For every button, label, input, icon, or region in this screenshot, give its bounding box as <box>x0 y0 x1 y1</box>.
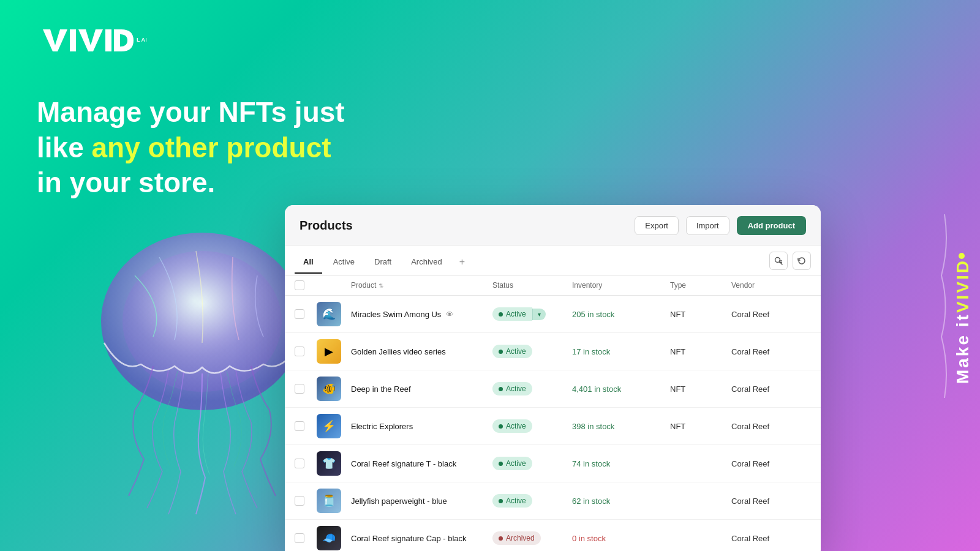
status-badge: Active <box>492 457 532 470</box>
header-type: Type <box>670 280 731 290</box>
panel-actions: Export Import Add product <box>635 216 806 235</box>
header-vendor: Vendor <box>731 280 811 290</box>
product-type-1: NFT <box>670 347 731 356</box>
hero-text: Manage your NFTs just like any other pro… <box>37 95 345 201</box>
row-checkbox-2[interactable] <box>295 384 304 394</box>
export-button[interactable]: Export <box>635 216 679 235</box>
row-checkbox-1[interactable] <box>295 347 304 356</box>
tagline-line1: Manage your NFTs just <box>37 95 345 130</box>
tabs-row: All Active Draft Archived + <box>285 246 821 276</box>
svg-rect-1 <box>70 29 76 51</box>
product-inventory-3: 398 in stock <box>572 422 670 431</box>
product-status-0: Active▾ <box>492 307 572 321</box>
product-vendor-3: Coral Reef <box>731 422 811 431</box>
header-product: Product ⇅ <box>351 280 492 290</box>
search-filter-button[interactable] <box>769 252 788 270</box>
product-type-3: NFT <box>670 422 731 431</box>
header-status: Status <box>492 280 572 290</box>
status-badge: Active <box>492 382 532 395</box>
search-filter-icon <box>774 257 783 265</box>
product-type-2: NFT <box>670 384 731 394</box>
product-name-4: Coral Reef signature T - black <box>351 459 492 468</box>
tab-active[interactable]: Active <box>325 253 363 274</box>
product-name-3: Electric Explorers <box>351 422 492 431</box>
tab-archived[interactable]: Archived <box>402 253 451 274</box>
product-vendor-4: Coral Reef <box>731 459 811 468</box>
header-checkbox-col <box>295 280 317 290</box>
product-vendor-2: Coral Reef <box>731 384 811 394</box>
tagline-line2: like any other product <box>37 130 345 166</box>
product-vendor-0: Coral Reef <box>731 310 811 319</box>
status-badge: Active <box>492 419 532 433</box>
product-inventory-1: 17 in stock <box>572 347 670 356</box>
product-vendor-1: Coral Reef <box>731 347 811 356</box>
row-checkbox-4[interactable] <box>295 459 304 468</box>
logo-text: LABS <box>37 24 147 55</box>
refresh-button[interactable] <box>793 252 811 270</box>
svg-point-7 <box>775 258 780 263</box>
panel-title: Products <box>300 219 353 233</box>
make-it-label: Make it <box>953 313 973 384</box>
product-thumb-6: 🧢 <box>317 526 341 550</box>
logo-svg: LABS <box>37 24 147 55</box>
product-status-4: Active <box>492 457 572 470</box>
header-inventory: Inventory <box>572 280 670 290</box>
tab-all[interactable]: All <box>295 253 322 274</box>
product-status-5: Active <box>492 494 572 508</box>
product-rows: 🌊Miracles Swim Among Us👁Active▾205 in st… <box>285 296 821 551</box>
tabs-left: All Active Draft Archived + <box>295 253 471 274</box>
product-inventory-6: 0 in stock <box>572 534 670 543</box>
product-name-1: Golden Jellies video series <box>351 347 492 356</box>
decorative-curve <box>938 214 951 398</box>
row-checkbox-5[interactable] <box>295 496 304 506</box>
sort-icon: ⇅ <box>379 282 383 289</box>
tabs-right <box>769 252 811 275</box>
svg-marker-0 <box>43 29 67 51</box>
table-row: 🧢Coral Reef signature Cap - blackArchive… <box>285 520 821 551</box>
product-inventory-5: 62 in stock <box>572 497 670 506</box>
add-product-button[interactable]: Add product <box>737 216 806 235</box>
product-name-2: Deep in the Reef <box>351 384 492 394</box>
product-vendor-6: Coral Reef <box>731 534 811 543</box>
row-checkbox-6[interactable] <box>295 533 304 543</box>
product-inventory-0: 205 in stock <box>572 310 670 319</box>
table-row: 🐠Deep in the ReefActive4,401 in stockNFT… <box>285 370 821 408</box>
product-thumb-2: 🐠 <box>317 377 341 401</box>
product-thumb-0: 🌊 <box>317 302 341 326</box>
select-all-checkbox[interactable] <box>295 280 304 290</box>
svg-text:LABS: LABS <box>137 37 147 43</box>
row-checkbox-0[interactable] <box>295 309 304 319</box>
panel-header: Products Export Import Add product <box>285 205 821 246</box>
product-thumb-5: 🫙 <box>317 489 341 513</box>
tab-draft[interactable]: Draft <box>366 253 400 274</box>
status-badge: Archived <box>492 531 541 545</box>
table-row: ⚡Electric ExplorersActive398 in stockNFT… <box>285 408 821 445</box>
row-checkbox-3[interactable] <box>295 421 304 431</box>
table-row: 🫙Jellyfish paperweight - blueActive62 in… <box>285 482 821 520</box>
product-thumb-3: ⚡ <box>317 414 341 438</box>
svg-marker-2 <box>78 29 103 51</box>
logo-area: LABS <box>37 24 147 58</box>
eye-icon[interactable]: 👁 <box>446 310 454 319</box>
product-status-2: Active <box>492 382 572 395</box>
product-status-6: Archived <box>492 531 572 545</box>
svg-rect-3 <box>105 29 111 51</box>
product-thumb-1: ▶ <box>317 339 341 364</box>
table-row: 🌊Miracles Swim Among Us👁Active▾205 in st… <box>285 296 821 333</box>
status-badge: Active <box>492 494 532 508</box>
product-status-3: Active <box>492 419 572 433</box>
product-name-0: Miracles Swim Among Us👁 <box>351 310 492 319</box>
import-button[interactable]: Import <box>686 216 729 235</box>
product-vendor-5: Coral Reef <box>731 497 811 506</box>
product-thumb-4: 👕 <box>317 451 341 476</box>
make-it-vivid-text: Make it VIVID <box>953 253 973 384</box>
product-type-0: NFT <box>670 310 731 319</box>
vivid-dot-decoration <box>959 253 965 259</box>
product-name-6: Coral Reef signature Cap - black <box>351 534 492 543</box>
refresh-icon <box>797 257 806 265</box>
header-thumb-col <box>317 280 351 290</box>
products-panel: Products Export Import Add product All A… <box>285 205 821 551</box>
tab-add[interactable]: + <box>453 253 471 274</box>
make-it-vivid-container: Make it VIVID <box>953 122 973 514</box>
vivid-label: VIVID <box>953 259 973 313</box>
